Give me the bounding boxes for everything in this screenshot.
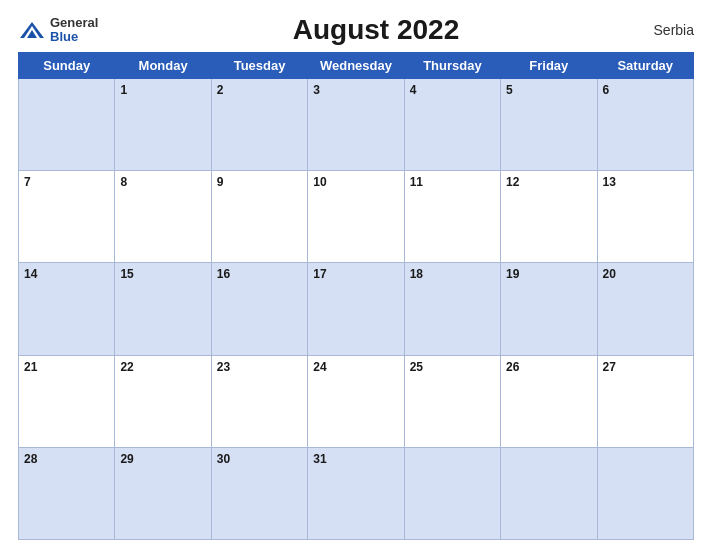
day-number: 6 xyxy=(603,83,610,97)
calendar-day-16: 16 xyxy=(211,263,307,355)
calendar-day-12: 12 xyxy=(501,171,597,263)
calendar-day-empty xyxy=(404,447,500,539)
day-header-tuesday: Tuesday xyxy=(211,53,307,79)
day-number: 2 xyxy=(217,83,224,97)
day-number: 1 xyxy=(120,83,127,97)
calendar-day-8: 8 xyxy=(115,171,211,263)
day-number: 12 xyxy=(506,175,519,189)
day-number: 19 xyxy=(506,267,519,281)
month-year-title: August 2022 xyxy=(293,14,460,46)
logo-area: General Blue xyxy=(18,16,98,45)
calendar-day-23: 23 xyxy=(211,355,307,447)
day-number: 26 xyxy=(506,360,519,374)
day-number: 15 xyxy=(120,267,133,281)
day-header-monday: Monday xyxy=(115,53,211,79)
calendar-day-6: 6 xyxy=(597,79,693,171)
day-number: 5 xyxy=(506,83,513,97)
calendar-day-3: 3 xyxy=(308,79,404,171)
day-number: 13 xyxy=(603,175,616,189)
calendar-day-31: 31 xyxy=(308,447,404,539)
calendar-day-14: 14 xyxy=(19,263,115,355)
day-number: 29 xyxy=(120,452,133,466)
day-header-sunday: Sunday xyxy=(19,53,115,79)
country-label: Serbia xyxy=(654,22,694,38)
calendar-day-18: 18 xyxy=(404,263,500,355)
calendar-day-7: 7 xyxy=(19,171,115,263)
calendar-day-9: 9 xyxy=(211,171,307,263)
day-number: 30 xyxy=(217,452,230,466)
logo-words: General Blue xyxy=(50,16,98,45)
calendar-day-27: 27 xyxy=(597,355,693,447)
day-header-thursday: Thursday xyxy=(404,53,500,79)
day-number: 14 xyxy=(24,267,37,281)
calendar-day-28: 28 xyxy=(19,447,115,539)
calendar-title: August 2022 xyxy=(293,14,460,46)
day-header-friday: Friday xyxy=(501,53,597,79)
day-number: 16 xyxy=(217,267,230,281)
calendar-day-19: 19 xyxy=(501,263,597,355)
day-number: 27 xyxy=(603,360,616,374)
day-number: 24 xyxy=(313,360,326,374)
calendar-week-row: 21222324252627 xyxy=(19,355,694,447)
day-number: 23 xyxy=(217,360,230,374)
day-number: 11 xyxy=(410,175,423,189)
calendar-day-empty xyxy=(501,447,597,539)
calendar-day-1: 1 xyxy=(115,79,211,171)
day-number: 9 xyxy=(217,175,224,189)
calendar-day-5: 5 xyxy=(501,79,597,171)
calendar-day-25: 25 xyxy=(404,355,500,447)
calendar-day-empty xyxy=(597,447,693,539)
calendar-day-empty xyxy=(19,79,115,171)
day-number: 18 xyxy=(410,267,423,281)
day-number: 20 xyxy=(603,267,616,281)
calendar-day-26: 26 xyxy=(501,355,597,447)
calendar-day-17: 17 xyxy=(308,263,404,355)
calendar-day-11: 11 xyxy=(404,171,500,263)
calendar-day-15: 15 xyxy=(115,263,211,355)
calendar-day-24: 24 xyxy=(308,355,404,447)
day-number: 31 xyxy=(313,452,326,466)
logo-general: General xyxy=(50,16,98,30)
calendar-day-21: 21 xyxy=(19,355,115,447)
calendar-day-20: 20 xyxy=(597,263,693,355)
day-header-wednesday: Wednesday xyxy=(308,53,404,79)
day-number: 21 xyxy=(24,360,37,374)
calendar-day-4: 4 xyxy=(404,79,500,171)
day-number: 25 xyxy=(410,360,423,374)
calendar-day-30: 30 xyxy=(211,447,307,539)
calendar-week-row: 78910111213 xyxy=(19,171,694,263)
day-number: 22 xyxy=(120,360,133,374)
day-number: 7 xyxy=(24,175,31,189)
day-number: 8 xyxy=(120,175,127,189)
calendar-day-29: 29 xyxy=(115,447,211,539)
calendar-day-2: 2 xyxy=(211,79,307,171)
day-header-saturday: Saturday xyxy=(597,53,693,79)
calendar-week-row: 123456 xyxy=(19,79,694,171)
calendar-week-row: 14151617181920 xyxy=(19,263,694,355)
calendar-table: SundayMondayTuesdayWednesdayThursdayFrid… xyxy=(18,52,694,540)
day-headers-row: SundayMondayTuesdayWednesdayThursdayFrid… xyxy=(19,53,694,79)
day-number: 28 xyxy=(24,452,37,466)
calendar-day-13: 13 xyxy=(597,171,693,263)
day-number: 17 xyxy=(313,267,326,281)
day-number: 10 xyxy=(313,175,326,189)
header: General Blue August 2022 Serbia xyxy=(18,10,694,48)
logo-icon xyxy=(18,20,46,40)
calendar-day-10: 10 xyxy=(308,171,404,263)
logo-blue: Blue xyxy=(50,30,98,44)
calendar-body: 1234567891011121314151617181920212223242… xyxy=(19,79,694,540)
calendar-week-row: 28293031 xyxy=(19,447,694,539)
day-number: 3 xyxy=(313,83,320,97)
day-number: 4 xyxy=(410,83,417,97)
calendar-day-22: 22 xyxy=(115,355,211,447)
